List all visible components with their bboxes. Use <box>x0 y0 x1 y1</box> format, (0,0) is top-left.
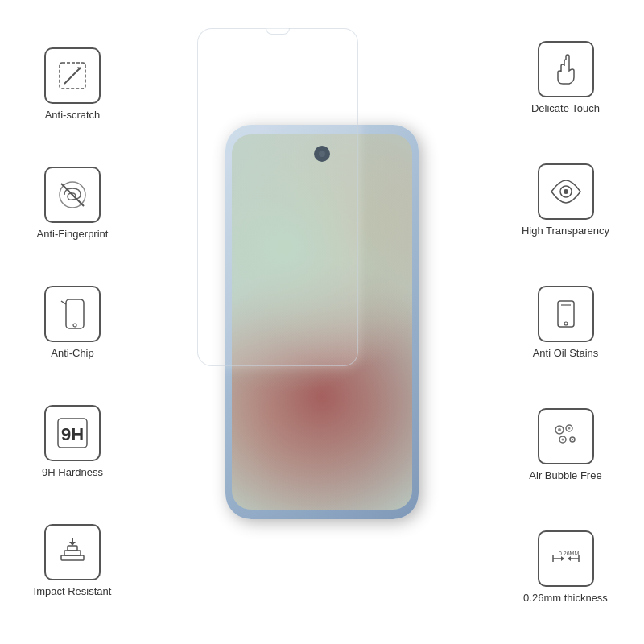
svg-point-20 <box>558 428 561 431</box>
svg-rect-5 <box>66 299 84 328</box>
svg-point-22 <box>568 427 570 429</box>
svg-point-17 <box>564 322 568 325</box>
feature-thickness: 0.26MM 0.26mm thickness <box>495 530 636 604</box>
eye-icon <box>547 172 585 211</box>
touch-icon <box>547 50 585 89</box>
anti-scratch-icon-box <box>44 47 101 104</box>
scratch-icon <box>53 56 92 95</box>
anti-chip-icon-box <box>44 286 101 342</box>
air-bubble-label: Air Bubble Free <box>529 469 601 481</box>
touch-icon-box <box>538 41 594 97</box>
eye-icon-box <box>538 163 594 220</box>
high-transparency-label: High Transparency <box>522 225 609 237</box>
anti-scratch-label: Anti-scratch <box>45 109 101 121</box>
impact-icon <box>53 533 92 572</box>
thickness-icon: 0.26MM <box>547 539 585 578</box>
anti-chip-label: Anti-Chip <box>51 347 93 359</box>
main-container: Anti-scratch Anti-Fingerprint <box>0 0 644 644</box>
svg-line-1 <box>64 68 80 84</box>
feature-anti-scratch: Anti-scratch <box>8 47 137 121</box>
feature-anti-fingerprint: Anti-Fingerprint <box>8 167 137 240</box>
svg-point-24 <box>561 438 564 440</box>
left-features: Anti-scratch Anti-Fingerprint <box>8 0 137 644</box>
thickness-label: 0.26mm thickness <box>523 592 608 604</box>
impact-resistant-label: Impact Resistant <box>34 585 112 597</box>
9h-icon: 9H <box>53 414 92 452</box>
feature-air-bubble: Air Bubble Free <box>495 408 636 481</box>
oil-icon-box <box>538 286 594 342</box>
feature-9h-hardness: 9H 9H Hardness <box>8 405 137 478</box>
feature-anti-oil: Anti Oil Stains <box>495 286 636 359</box>
thickness-icon-box: 0.26MM <box>538 530 594 587</box>
svg-point-26 <box>571 438 572 440</box>
feature-anti-chip: Anti-Chip <box>8 286 137 359</box>
oil-icon <box>547 295 585 333</box>
chip-icon <box>53 295 92 333</box>
9h-icon-box: 9H <box>44 405 101 461</box>
right-features: Delicate Touch High Transparency <box>495 0 636 644</box>
svg-text:9H: 9H <box>61 424 84 444</box>
delicate-touch-label: Delicate Touch <box>531 102 600 114</box>
9h-label: 9H Hardness <box>42 466 103 478</box>
svg-rect-9 <box>61 555 84 560</box>
impact-icon-box <box>44 524 101 580</box>
svg-point-6 <box>73 324 76 327</box>
svg-rect-11 <box>68 546 77 551</box>
anti-fingerprint-icon-box <box>44 167 101 223</box>
svg-rect-10 <box>64 551 80 555</box>
anti-oil-label: Anti Oil Stains <box>533 347 599 359</box>
feature-impact-resistant: Impact Resistant <box>8 524 137 597</box>
feature-high-transparency: High Transparency <box>495 163 636 237</box>
svg-point-15 <box>564 189 568 194</box>
bubble-icon <box>547 417 585 456</box>
svg-marker-32 <box>568 556 571 561</box>
fingerprint-icon <box>53 175 92 214</box>
glass-notch-cutout <box>266 28 290 35</box>
phone-area <box>209 48 435 596</box>
anti-fingerprint-label: Anti-Fingerprint <box>37 228 109 240</box>
svg-text:0.26MM: 0.26MM <box>559 551 579 556</box>
glass-protector <box>197 28 358 366</box>
svg-marker-31 <box>561 556 564 561</box>
bubble-icon-box <box>538 408 594 464</box>
feature-delicate-touch: Delicate Touch <box>495 41 636 114</box>
